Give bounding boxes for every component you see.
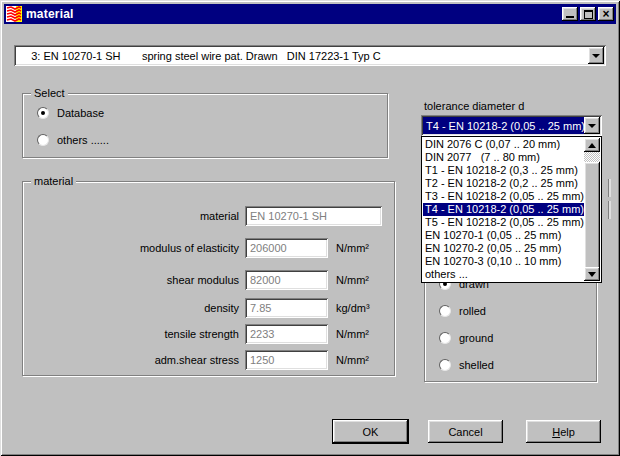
material-dialog: material × 3: EN 10270-1 SH spring steel… <box>0 0 620 456</box>
list-item[interactable]: DIN 2077 (7 .. 80 mm) <box>423 151 584 164</box>
obscured-control-fragment <box>608 201 611 219</box>
radio-ground[interactable]: ground <box>439 332 493 344</box>
minimize-button[interactable] <box>562 7 578 21</box>
spring-app-icon <box>6 6 22 22</box>
tensile-strength-label: tensile strength <box>31 328 239 340</box>
scroll-up-button[interactable] <box>584 138 600 152</box>
radio-database-label: Database <box>57 107 104 119</box>
material-input[interactable]: EN 10270-1 SH <box>245 206 382 226</box>
list-item[interactable]: EN 10270-2 (0,05 .. 25 mm) <box>423 242 584 255</box>
adm-shear-stress-unit: N/mm² <box>336 354 369 366</box>
help-button[interactable]: Help <box>526 420 601 443</box>
radio-rolled-label: rolled <box>459 305 486 317</box>
radio-shelled[interactable]: shelled <box>439 359 494 371</box>
radio-icon <box>439 332 451 344</box>
tolerance-combobox-value: T4 - EN 10218-2 (0,05 .. 25 mm) <box>423 117 584 134</box>
shear-modulus-value: 82000 <box>250 274 281 286</box>
list-item[interactable]: T5 - EN 10218-2 (0,05 .. 25 mm) <box>423 216 584 229</box>
arrow-down-icon <box>588 272 596 277</box>
modulus-unit: N/mm² <box>336 242 369 254</box>
adm-shear-stress-value: 1250 <box>250 354 274 366</box>
window-title: material <box>26 7 74 21</box>
material-selector-dropdown-button[interactable] <box>588 47 604 64</box>
list-item[interactable]: T3 - EN 10218-2 (0,05 .. 25 mm) <box>423 190 584 203</box>
list-item[interactable]: others ... <box>423 268 584 281</box>
maximize-button[interactable] <box>580 7 596 21</box>
tolerance-list-items: DIN 2076 C (0,07 .. 20 mm) DIN 2077 (7 .… <box>423 138 584 281</box>
radio-icon <box>37 107 49 119</box>
radio-icon <box>439 305 451 317</box>
maximize-icon <box>584 10 593 19</box>
modulus-value: 206000 <box>250 242 287 254</box>
arrow-up-icon <box>588 143 596 148</box>
radio-icon <box>37 134 49 146</box>
density-unit: kg/dm³ <box>336 302 370 314</box>
modulus-row: modulus of elasticity 206000 N/mm² <box>31 238 390 258</box>
radio-rolled[interactable]: rolled <box>439 305 486 317</box>
material-selector-combobox[interactable]: 3: EN 10270-1 SH spring steel wire pat. … <box>14 45 606 66</box>
shear-modulus-label: shear modulus <box>31 274 239 286</box>
radio-others-label: others ...... <box>57 134 109 146</box>
radio-icon <box>439 359 451 371</box>
material-value: EN 10270-1 SH <box>250 210 327 222</box>
obscured-control-fragment <box>608 179 611 197</box>
shear-modulus-unit: N/mm² <box>336 274 369 286</box>
tolerance-combobox[interactable]: T4 - EN 10218-2 (0,05 .. 25 mm) <box>421 115 602 136</box>
adm-shear-stress-row: adm.shear stress 1250 N/mm² <box>31 350 390 370</box>
material-selector-value: 3: EN 10270-1 SH spring steel wire pat. … <box>16 47 588 64</box>
titlebar-buttons: × <box>562 7 614 21</box>
title-bar[interactable]: material × <box>4 4 616 24</box>
chevron-down-icon <box>588 124 596 128</box>
radio-ground-label: ground <box>459 332 493 344</box>
cancel-button-label: Cancel <box>448 426 482 438</box>
tensile-strength-row: tensile strength 2233 N/mm² <box>31 324 390 344</box>
material-label: material <box>31 210 239 222</box>
tolerance-dropdown-list: DIN 2076 C (0,07 .. 20 mm) DIN 2077 (7 .… <box>421 136 602 283</box>
modulus-label: modulus of elasticity <box>31 242 239 254</box>
tolerance-dropdown-button[interactable] <box>584 117 600 134</box>
radio-others[interactable]: others ...... <box>37 134 109 146</box>
cancel-button[interactable]: Cancel <box>428 420 503 443</box>
density-row: density 7.85 kg/dm³ <box>31 298 390 318</box>
tensile-strength-unit: N/mm² <box>336 328 369 340</box>
chevron-down-icon <box>592 54 600 58</box>
ok-button[interactable]: OK <box>332 419 409 444</box>
list-item[interactable]: EN 10270-1 (0,05 .. 25 mm) <box>423 229 584 242</box>
material-group-title: material <box>31 175 76 187</box>
scroll-down-button[interactable] <box>584 267 600 281</box>
minimize-icon <box>566 16 574 18</box>
material-group: material material EN 10270-1 SH modulus … <box>22 181 395 376</box>
list-item[interactable]: EN 10270-3 (0,10 .. 10 mm) <box>423 255 584 268</box>
scrollbar-thumb[interactable] <box>584 162 600 269</box>
select-group: Select Database others ...... <box>22 93 388 158</box>
help-button-label: Help <box>552 426 575 438</box>
density-input[interactable]: 7.85 <box>245 298 328 318</box>
tensile-strength-value: 2233 <box>250 328 274 340</box>
ok-button-label: OK <box>363 426 379 438</box>
radio-dot <box>41 111 45 115</box>
list-item-selected[interactable]: T4 - EN 10218-2 (0,05 .. 25 mm) <box>423 203 584 216</box>
list-item[interactable]: DIN 2076 C (0,07 .. 20 mm) <box>423 138 584 151</box>
density-label: density <box>31 302 239 314</box>
adm-shear-stress-input[interactable]: 1250 <box>245 350 328 370</box>
tolerance-diameter-label: tolerance diameter d <box>424 100 524 112</box>
shear-modulus-row: shear modulus 82000 N/mm² <box>31 270 390 290</box>
modulus-input[interactable]: 206000 <box>245 238 328 258</box>
list-scrollbar[interactable] <box>584 138 600 281</box>
adm-shear-stress-label: adm.shear stress <box>31 354 239 366</box>
shear-modulus-input[interactable]: 82000 <box>245 270 328 290</box>
tensile-strength-input[interactable]: 2233 <box>245 324 328 344</box>
list-item[interactable]: T2 - EN 10218-2 (0,2 .. 25 mm) <box>423 177 584 190</box>
list-item[interactable]: T1 - EN 10218-2 (0,3 .. 25 mm) <box>423 164 584 177</box>
select-group-title: Select <box>31 87 68 99</box>
density-value: 7.85 <box>250 302 271 314</box>
radio-shelled-label: shelled <box>459 359 494 371</box>
radio-database[interactable]: Database <box>37 107 104 119</box>
close-icon: × <box>602 8 609 21</box>
close-button[interactable]: × <box>598 7 614 21</box>
material-row: material EN 10270-1 SH <box>31 206 390 226</box>
